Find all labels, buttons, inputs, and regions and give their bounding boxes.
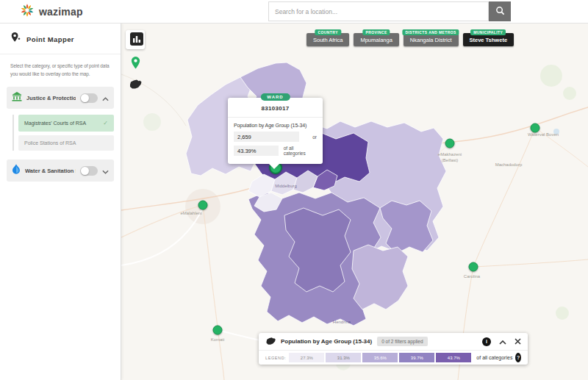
data-panel-header: Population by Age Group (15-34) 0 of 2 f… bbox=[259, 333, 528, 351]
tooltip-value: 2,659 bbox=[234, 132, 299, 142]
sunburst-logo-icon bbox=[20, 3, 35, 21]
legend-suffix: of all categories bbox=[476, 355, 512, 360]
category-label: Justice & Protection Se... bbox=[26, 95, 76, 101]
place-label: Waterval Boven bbox=[528, 132, 559, 138]
point-mapper-pin-icon bbox=[10, 32, 21, 46]
point-mapper-button[interactable] bbox=[130, 56, 141, 72]
sidebar-categories: Justice & Protection Se...Magistrates' C… bbox=[0, 87, 121, 182]
legend-bin-3[interactable]: 39.7% bbox=[399, 353, 434, 362]
point-type-label: Police Stations of RSA bbox=[24, 140, 76, 146]
place-label: Carolina bbox=[464, 274, 480, 280]
legend-label: LEGEND: bbox=[265, 356, 286, 360]
breadcrumb-tag: MUNICIPALITY bbox=[470, 29, 506, 35]
ward-tag: WARD bbox=[260, 93, 290, 101]
place-label: Komati bbox=[211, 337, 225, 343]
legend-row: LEGEND: 27.3%31.3%35.6%39.7%43.7% of all… bbox=[259, 351, 528, 365]
map-pin-icon bbox=[130, 56, 141, 72]
data-panel: Population by Age Group (15-34) 0 of 2 f… bbox=[259, 333, 528, 365]
choropleth-layer[interactable] bbox=[121, 23, 588, 380]
tooltip-value-row: 2,659 or bbox=[234, 132, 317, 142]
point-marker[interactable] bbox=[469, 262, 478, 272]
category-label: Water & Sanitation Serv... bbox=[25, 168, 76, 174]
category-toggle[interactable] bbox=[80, 93, 98, 103]
wazimap-logo[interactable]: wazimap bbox=[20, 3, 83, 21]
category-subitems: Magistrates' Courts of RSA✓Police Statio… bbox=[12, 115, 114, 151]
wazimap-app: wazimap Point Mapper Select the category… bbox=[0, 0, 588, 380]
breadcrumb-province[interactable]: PROVINCEMpumalanga bbox=[354, 33, 398, 46]
bar-chart-icon bbox=[130, 32, 143, 48]
toggle-knob bbox=[81, 94, 89, 102]
place-label: eMalahleni bbox=[180, 211, 201, 217]
point-marker[interactable] bbox=[213, 326, 223, 335]
place-label: eMakhazeni(Belfast) bbox=[438, 152, 462, 163]
toggle-knob bbox=[81, 167, 89, 175]
panel-title: Population by Age Group (15-34) bbox=[281, 338, 372, 345]
close-icon bbox=[514, 336, 521, 347]
category-toggle[interactable] bbox=[80, 166, 98, 176]
map-canvas[interactable]: COUNTRYSouth AfricaPROVINCEMpumalangaDIS… bbox=[121, 23, 588, 380]
south-africa-icon bbox=[129, 79, 143, 92]
help-button[interactable]: ? bbox=[515, 353, 521, 362]
breadcrumb-country[interactable]: COUNTRYSouth Africa bbox=[306, 33, 349, 46]
chevron-up-icon bbox=[499, 336, 506, 347]
point-type-item-0-0[interactable]: Magistrates' Courts of RSA✓ bbox=[18, 115, 114, 132]
search-icon bbox=[495, 6, 505, 18]
logo-text: wazimap bbox=[39, 6, 83, 18]
point-mapper-sidebar: Point Mapper Select the category, or spe… bbox=[0, 23, 121, 380]
checkmark-icon: ✓ bbox=[103, 120, 108, 126]
info-button[interactable]: i bbox=[482, 337, 491, 346]
sidebar-category-0[interactable]: Justice & Protection Se... bbox=[7, 87, 114, 109]
sidebar-description: Select the category, or specific type of… bbox=[0, 54, 121, 87]
place-label: Middelburg bbox=[275, 184, 297, 190]
breadcrumb: COUNTRYSouth AfricaPROVINCEMpumalangaDIS… bbox=[306, 29, 514, 46]
tooltip-value-suffix: or bbox=[312, 135, 317, 140]
legend-bin-0[interactable]: 27.3% bbox=[289, 353, 324, 362]
legend-bin-1[interactable]: 31.3% bbox=[326, 353, 361, 362]
tooltip-percent-suffix: of all categories bbox=[284, 146, 317, 156]
breadcrumb-municipality[interactable]: MUNICIPALITYSteve Tshwete bbox=[463, 33, 514, 46]
point-marker[interactable] bbox=[198, 201, 208, 210]
breadcrumb-districts-and-metros[interactable]: DISTRICTS AND METROSNkangala District bbox=[404, 33, 459, 46]
tooltip-percent-row: 43.39% of all categories bbox=[234, 146, 317, 156]
place-label: Machadodorp bbox=[495, 162, 523, 168]
close-panel-button[interactable] bbox=[514, 336, 521, 347]
data-mapper-button[interactable] bbox=[126, 30, 145, 49]
location-search bbox=[268, 1, 511, 21]
tooltip-percent: 43.39% bbox=[234, 146, 279, 156]
courthouse-icon bbox=[12, 91, 22, 104]
ward-code: 83103017 bbox=[228, 98, 323, 118]
top-bar: wazimap bbox=[0, 0, 588, 24]
water-drop-icon bbox=[12, 164, 21, 177]
legend-bin-4[interactable]: 43.7% bbox=[436, 353, 471, 362]
legend-bin-2[interactable]: 35.6% bbox=[362, 353, 398, 362]
chevron-down-icon bbox=[102, 164, 109, 177]
sidebar-category-1[interactable]: Water & Sanitation Serv... bbox=[7, 159, 114, 182]
map-toolbar bbox=[126, 30, 145, 92]
collapse-button[interactable] bbox=[499, 336, 506, 347]
search-button[interactable] bbox=[489, 1, 511, 21]
sidebar-header: Point Mapper bbox=[0, 23, 121, 54]
point-type-item-0-1[interactable]: Police Stations of RSA bbox=[18, 135, 114, 151]
search-input[interactable] bbox=[268, 1, 489, 21]
ward-polygon-6[interactable] bbox=[352, 245, 408, 309]
chevron-up-icon bbox=[102, 91, 109, 104]
breadcrumb-tag: PROVINCE bbox=[362, 29, 390, 35]
boundaries-button[interactable] bbox=[129, 79, 143, 92]
south-africa-icon bbox=[265, 335, 276, 348]
point-type-label: Magistrates' Courts of RSA bbox=[24, 121, 86, 126]
breadcrumb-tag: COUNTRY bbox=[315, 29, 341, 35]
place-label: Hendrina bbox=[333, 320, 351, 326]
ward-tooltip: WARD 83103017 Population by Age Group (1… bbox=[228, 98, 323, 164]
tooltip-metric-label: Population by Age Group (15-34) bbox=[234, 123, 317, 128]
breadcrumb-tag: DISTRICTS AND METROS bbox=[403, 29, 459, 35]
point-marker[interactable] bbox=[531, 123, 540, 133]
filters-badge[interactable]: 0 of 2 filters applied bbox=[377, 337, 427, 346]
legend-bins: 27.3%31.3%35.6%39.7%43.7% bbox=[289, 353, 473, 362]
sidebar-title: Point Mapper bbox=[26, 35, 74, 43]
point-marker[interactable] bbox=[445, 139, 455, 148]
